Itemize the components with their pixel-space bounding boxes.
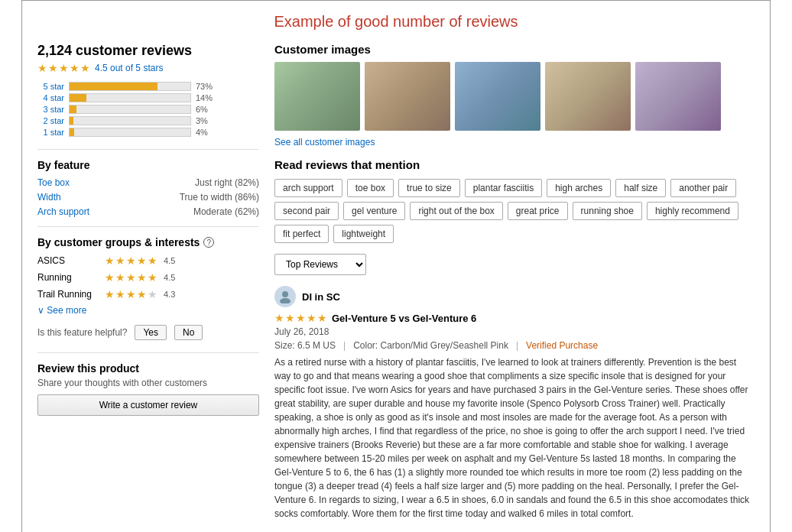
star-bar-row-3[interactable]: 3 star 6% bbox=[37, 105, 259, 114]
no-button[interactable]: No bbox=[174, 325, 203, 340]
overall-stars: ★ ★ ★ ★ ★ bbox=[37, 62, 90, 74]
review-tag-12[interactable]: highly recommend bbox=[647, 202, 738, 220]
group-running-name: Running bbox=[37, 272, 99, 283]
feature-toe-box-value: Just right (82%) bbox=[195, 177, 259, 188]
bar-pct-5: 73% bbox=[196, 82, 219, 91]
yes-button[interactable]: Yes bbox=[135, 325, 167, 340]
group-asics: ASICS ★ ★ ★ ★ ★ 4.5 bbox=[37, 255, 259, 267]
review-color: Color: Carbon/Mid Grey/Seashell Pink bbox=[353, 340, 508, 351]
review-tag-11[interactable]: running shoe bbox=[573, 202, 642, 220]
customer-image-1[interactable] bbox=[274, 62, 360, 131]
read-reviews-title: Read reviews that mention bbox=[274, 158, 755, 171]
ts5: ★ bbox=[148, 288, 157, 300]
star-5-half: ★ bbox=[80, 62, 90, 74]
left-panel: 2,124 customer reviews ★ ★ ★ ★ ★ 4.5 out… bbox=[37, 43, 259, 521]
rs1: ★ bbox=[105, 271, 115, 284]
rev-star-5: ★ bbox=[317, 312, 327, 324]
bar-pct-1: 4% bbox=[196, 128, 219, 137]
bar-track-4 bbox=[69, 93, 191, 102]
review-tag-6[interactable]: another pair bbox=[670, 179, 736, 197]
review-tag-1[interactable]: toe box bbox=[347, 179, 394, 197]
bar-pct-3: 6% bbox=[196, 105, 219, 114]
bar-track-2 bbox=[69, 116, 191, 125]
group-asics-name: ASICS bbox=[37, 255, 99, 266]
helpful-row: Is this feature helpful? Yes No bbox=[37, 325, 259, 340]
overall-rating-text[interactable]: 4.5 out of 5 stars bbox=[95, 63, 163, 73]
review-tag-5[interactable]: half size bbox=[615, 179, 666, 197]
group-asics-stars: ★ ★ ★ ★ ★ bbox=[105, 255, 157, 267]
rs2: ★ bbox=[115, 271, 125, 284]
star-1: ★ bbox=[37, 62, 47, 74]
reviews-count: 2,124 customer reviews bbox=[37, 43, 259, 59]
help-icon[interactable]: ? bbox=[203, 237, 214, 248]
bar-fill-1 bbox=[70, 128, 74, 136]
star-bar-row-5[interactable]: 5 star 73% bbox=[37, 82, 259, 91]
overall-rating: ★ ★ ★ ★ ★ 4.5 out of 5 stars bbox=[37, 62, 259, 74]
review-tag-10[interactable]: great price bbox=[508, 202, 568, 220]
page-title: Example of good number of reviews bbox=[37, 13, 755, 31]
review-tag-2[interactable]: true to size bbox=[398, 179, 460, 197]
review-tag-9[interactable]: right out of the box bbox=[410, 202, 502, 220]
star-4: ★ bbox=[70, 62, 80, 74]
bar-track-5 bbox=[69, 82, 191, 91]
gs3: ★ bbox=[126, 255, 136, 267]
see-more[interactable]: ∨ See more bbox=[37, 305, 259, 316]
bar-pct-2: 3% bbox=[196, 116, 219, 125]
feature-width-label[interactable]: Width bbox=[37, 192, 61, 203]
feature-arch-label[interactable]: Arch support bbox=[37, 206, 89, 217]
pipe-1: | bbox=[343, 340, 346, 351]
gs5: ★ bbox=[148, 255, 157, 267]
star-bar-label-4: 4 star bbox=[37, 93, 64, 102]
ts2: ★ bbox=[115, 288, 125, 300]
rs5: ★ bbox=[148, 271, 157, 284]
write-review-button[interactable]: Write a customer review bbox=[37, 394, 259, 416]
review-stars-row: ★ ★ ★ ★ ★ Gel-Venture 5 vs Gel-Venture 6 bbox=[274, 312, 755, 324]
pipe-2: | bbox=[516, 340, 518, 351]
customer-image-4[interactable] bbox=[545, 62, 631, 131]
rev-star-4: ★ bbox=[307, 312, 316, 324]
bar-fill-2 bbox=[70, 117, 73, 125]
feature-arch: Arch support Moderate (62%) bbox=[37, 206, 259, 217]
svg-point-1 bbox=[280, 298, 291, 303]
sort-dropdown[interactable]: Top Reviews Most Recent bbox=[274, 254, 366, 275]
group-running-rating: 4.5 bbox=[164, 273, 175, 282]
feature-toe-box-label[interactable]: Toe box bbox=[37, 177, 70, 188]
review-body: As a retired nurse with a history of pla… bbox=[274, 355, 755, 521]
bar-pct-4: 14% bbox=[196, 93, 219, 102]
star-bar-row-1[interactable]: 1 star 4% bbox=[37, 128, 259, 137]
group-trail-stars: ★ ★ ★ ★ ★ bbox=[105, 288, 157, 300]
review-tag-0[interactable]: arch support bbox=[274, 179, 342, 197]
see-all-images[interactable]: See all customer images bbox=[274, 137, 755, 148]
star-bar-label-2: 2 star bbox=[37, 116, 64, 125]
helpful-text: Is this feature helpful? bbox=[37, 327, 127, 338]
avatar bbox=[274, 286, 296, 307]
customer-image-5[interactable] bbox=[635, 62, 721, 131]
customer-image-2[interactable] bbox=[365, 62, 450, 131]
review-date: July 26, 2018 bbox=[274, 326, 755, 337]
bar-track-3 bbox=[69, 105, 191, 114]
star-2: ★ bbox=[48, 62, 58, 74]
rs4: ★ bbox=[137, 271, 147, 284]
review-tag-14[interactable]: lightweight bbox=[333, 225, 394, 243]
customer-image-3[interactable] bbox=[455, 62, 540, 131]
review-tag-3[interactable]: plantar fasciitis bbox=[465, 179, 542, 197]
gs4: ★ bbox=[137, 255, 147, 267]
review-size: Size: 6.5 M US bbox=[274, 340, 336, 351]
bar-fill-5 bbox=[70, 83, 157, 90]
rev-star-3: ★ bbox=[296, 312, 306, 324]
star-bar-row-2[interactable]: 2 star 3% bbox=[37, 116, 259, 125]
star-bar-row-4[interactable]: 4 star 14% bbox=[37, 93, 259, 102]
star-bar-label-5: 5 star bbox=[37, 82, 64, 91]
review-tag-8[interactable]: gel venture bbox=[343, 202, 405, 220]
review-tag-4[interactable]: high arches bbox=[547, 179, 611, 197]
review-tag-7[interactable]: second pair bbox=[274, 202, 339, 220]
review-tag-13[interactable]: fit perfect bbox=[274, 225, 329, 243]
customer-images-title: Customer images bbox=[274, 43, 755, 56]
bar-track-1 bbox=[69, 128, 191, 137]
svg-point-0 bbox=[282, 291, 288, 297]
verified-badge: Verified Purchase bbox=[526, 340, 598, 351]
divider-3 bbox=[37, 352, 259, 353]
group-trail-name: Trail Running bbox=[37, 289, 99, 300]
group-trail: Trail Running ★ ★ ★ ★ ★ 4.3 bbox=[37, 288, 259, 300]
image-strip bbox=[274, 62, 755, 131]
